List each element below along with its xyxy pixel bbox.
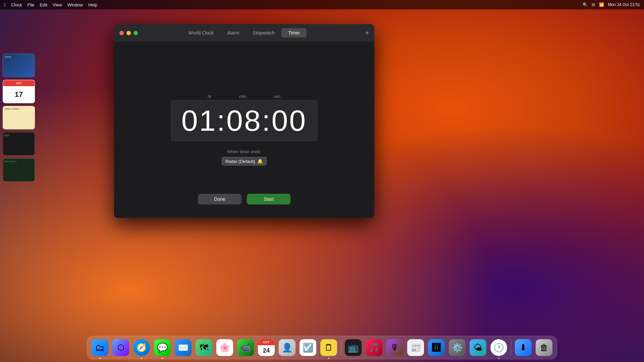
window-controls [119,31,138,35]
tab-stopwatch[interactable]: Stopwatch [246,28,281,38]
thumbnail-dark[interactable]: App [3,132,35,156]
dock-item-messages[interactable]: 💬 [153,338,172,357]
menubar:  Clock File Edit View Window Help 🔍 ⊟ 📶… [0,0,644,9]
tab-alarm[interactable]: Alarm [220,28,246,38]
timer-value[interactable]: 01:08:00 [181,106,307,135]
tab-timer[interactable]: Timer [281,28,307,38]
thumbnail-safari[interactable]: Safari [3,54,35,77]
menubar-help[interactable]: Help [88,2,97,7]
start-button[interactable]: Start [247,194,290,204]
window-content: hr min sec 01:08:00 When timer ends: Rad… [114,42,374,218]
dock-item-finder[interactable]: 🗂 [91,338,109,357]
timer-ends-section: When timer ends: Radar (Default) 🔔 [222,149,267,166]
seconds-label: sec [274,94,281,99]
timer-ends-label: When timer ends: [227,149,261,154]
add-button[interactable]: + [365,29,369,36]
done-button[interactable]: Done [198,194,241,204]
dock-item-facetime[interactable]: 📹 [236,338,255,357]
hours-label: hr [208,94,212,99]
dock-separator [341,340,341,355]
search-icon[interactable]: 🔍 [583,2,588,7]
timer-section: hr min sec 01:08:00 When timer ends: Rad… [171,94,318,166]
control-center-icon[interactable]: ⊟ [592,2,595,7]
dock: 🗂 ⬡ 🧭 💬 ✉️ 🗺 🌸 📹 OCT 24 👤 ☑️ [87,336,557,359]
button-row: Done Start [198,194,290,204]
dock-item-news[interactable]: 📰 [406,338,425,357]
datetime-display[interactable]: Mon 24 Oct 21:51 [608,2,640,7]
title-bar: World Clock Alarm Stopwatch Timer + [114,24,374,42]
dock-item-maps[interactable]: 🗺 [195,338,213,357]
dock-item-contacts[interactable]: 👤 [278,338,297,357]
menubar-window[interactable]: Window [67,2,83,7]
sound-selector[interactable]: Radar (Default) 🔔 [222,157,267,166]
app-thumbnails: Safari OCT 17 Notes content... App Messa… [3,54,35,182]
dock-item-trash[interactable]: 🗑 [535,338,553,357]
thumbnail-notes[interactable]: Notes content... [3,106,35,129]
dock-item-appstore[interactable]: 🅰 [427,338,446,357]
dock-item-weather[interactable]: 🌤 [469,338,487,357]
dock-item-podcasts[interactable]: 🎙 [385,338,404,357]
maximize-button[interactable] [133,31,138,35]
menubar-view[interactable]: View [53,2,62,7]
timer-labels: hr min sec [191,94,298,99]
dock-item-photos[interactable]: 🌸 [215,338,234,357]
tab-bar: World Clock Alarm Stopwatch Timer [182,28,307,38]
tab-world-clock[interactable]: World Clock [182,28,220,38]
wifi-icon[interactable]: 📶 [599,2,604,7]
dock-item-settings[interactable]: ⚙️ [448,338,467,357]
close-button[interactable] [119,31,124,35]
dock-item-airdrop[interactable]: ⬇ [514,338,533,357]
minimize-button[interactable] [126,31,131,35]
thumbnail-calendar[interactable]: OCT 17 [3,80,35,103]
menubar-left:  Clock File Edit View Window Help [4,2,97,7]
thumbnail-message[interactable]: Messages [3,158,35,182]
menubar-edit[interactable]: Edit [40,2,47,7]
dock-item-clock[interactable]: 🕐 [489,338,508,357]
dock-separator-2 [511,340,511,355]
dock-item-appletv[interactable]: 📺 [344,338,363,357]
minutes-label: min [239,94,246,99]
menubar-file[interactable]: File [28,2,35,7]
dock-item-launchpad[interactable]: ⬡ [111,338,130,357]
dock-item-mail[interactable]: ✉️ [174,338,193,357]
dock-item-safari[interactable]: 🧭 [132,338,151,357]
sound-emoji: 🔔 [257,159,263,164]
clock-window: World Clock Alarm Stopwatch Timer + hr m… [114,24,374,218]
timer-display[interactable]: 01:08:00 [171,100,318,141]
dock-item-notes[interactable]: 🗒 [319,338,338,357]
dock-item-music[interactable]: 🎵 [365,338,383,357]
menubar-app-name[interactable]: Clock [11,2,22,7]
apple-menu[interactable]:  [4,2,6,7]
dock-item-reminders[interactable]: ☑️ [299,338,317,357]
menubar-right: 🔍 ⊟ 📶 Mon 24 Oct 21:51 [583,2,640,7]
dock-item-calendar[interactable]: OCT 24 [257,338,276,357]
sound-name: Radar (Default) [225,159,255,164]
